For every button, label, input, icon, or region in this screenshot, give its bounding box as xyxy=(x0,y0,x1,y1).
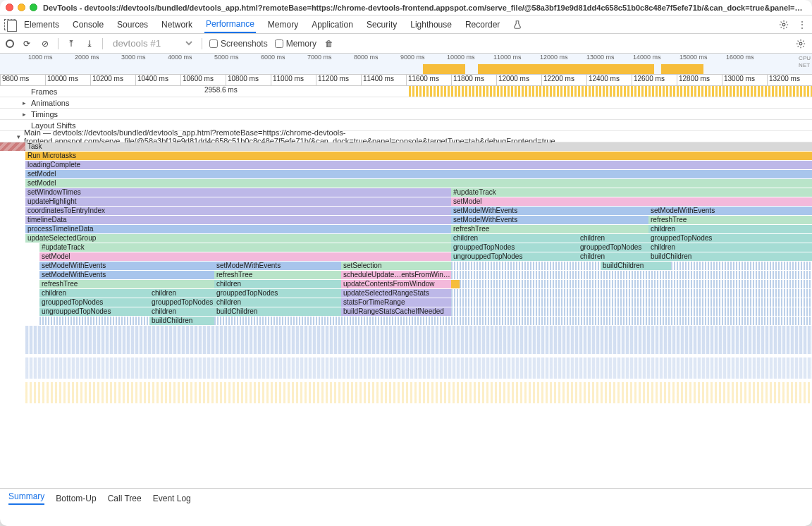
flame-entry[interactable]: grouppedTopNodes xyxy=(149,298,214,307)
flame-entry[interactable]: setModelWithEvents xyxy=(451,207,648,215)
flame-entry[interactable]: #updateTrack xyxy=(39,243,451,252)
tab-recorder[interactable]: Recorder xyxy=(464,17,501,32)
flame-run-microtasks[interactable]: Run Microtasks xyxy=(25,152,812,160)
flame-entry[interactable]: children xyxy=(149,289,214,298)
flame-entry[interactable]: statsForTimeRange xyxy=(341,298,451,307)
window-controls xyxy=(6,4,37,11)
flame-entry[interactable]: grouppedTopNodes xyxy=(214,289,341,298)
track-animations[interactable]: Animations xyxy=(0,97,812,109)
flame-entry[interactable]: refreshTree xyxy=(451,225,648,233)
tab-elements[interactable]: Elements xyxy=(23,17,61,32)
flame-entry[interactable] xyxy=(451,280,460,288)
overview-activity-bar xyxy=(478,64,654,74)
flame-entry[interactable]: grouppedTopNodes xyxy=(39,298,149,307)
window-title: DevTools - devtools://devtools/bundled/d… xyxy=(43,4,806,12)
flame-stripes xyxy=(451,262,601,271)
flame-entry[interactable]: setModelWithEvents xyxy=(214,262,341,270)
flame-entry[interactable]: updateSelectedRangeStats xyxy=(341,289,451,298)
flame-task[interactable]: Task xyxy=(25,142,812,151)
inspect-icon[interactable] xyxy=(4,19,16,30)
panel-settings-gear-icon[interactable] xyxy=(795,38,806,49)
flame-entry[interactable]: #updateTrack xyxy=(451,188,812,197)
track-timings[interactable]: Timings xyxy=(0,109,812,120)
track-frames[interactable]: Frames 2958.6 ms xyxy=(0,86,812,97)
flame-chart[interactable]: Task Run Microtasks loadingComplete setM… xyxy=(0,142,812,488)
flame-entry[interactable]: children xyxy=(578,234,648,243)
performance-toolbar: ⟳ ⊘ ⤒ ⤓ devtools #1 Screenshots Memory 🗑 xyxy=(0,34,812,54)
flame-entry[interactable]: grouppedTopNodes xyxy=(648,234,812,243)
tab-event-log[interactable]: Event Log xyxy=(153,494,191,503)
trash-icon[interactable]: 🗑 xyxy=(324,38,335,49)
flame-entry[interactable]: timelineData xyxy=(25,216,451,224)
titlebar: DevTools - devtools://devtools/bundled/d… xyxy=(0,0,812,16)
flame-entry[interactable]: buildChildren xyxy=(648,252,812,261)
settings-gear-icon[interactable] xyxy=(778,19,789,30)
kebab-menu-icon[interactable]: ⋮ xyxy=(796,19,808,30)
flame-entry[interactable]: buildChildren xyxy=(149,317,214,325)
tab-sources[interactable]: Sources xyxy=(116,17,149,32)
flame-entry[interactable]: children xyxy=(648,225,812,233)
tab-bottom-up[interactable]: Bottom-Up xyxy=(56,494,96,503)
flame-entry[interactable]: updateHighlight xyxy=(25,197,451,206)
memory-checkbox[interactable]: Memory xyxy=(275,39,316,49)
svg-point-1 xyxy=(799,42,802,45)
track-main[interactable]: Main — devtools://devtools/bundled/devto… xyxy=(0,131,812,142)
maximize-icon[interactable] xyxy=(30,4,37,11)
download-icon[interactable]: ⤓ xyxy=(84,38,95,49)
flame-entry[interactable]: setSelection xyxy=(341,262,451,270)
flame-entry[interactable]: refreshTree xyxy=(39,280,214,288)
time-ruler[interactable]: 9800 ms10000 ms10200 ms10400 ms 10600 ms… xyxy=(0,75,812,86)
flame-entry[interactable]: buildChildren xyxy=(601,262,671,270)
tab-lighthouse[interactable]: Lighthouse xyxy=(409,17,453,32)
flame-entry[interactable]: updateSelectedGroup xyxy=(25,234,451,243)
flame-stripes xyxy=(39,317,149,326)
flame-entry[interactable]: setModel xyxy=(451,197,812,206)
record-button[interactable] xyxy=(6,39,14,48)
tab-application[interactable]: Application xyxy=(310,17,355,32)
flame-entry[interactable]: grouppedTopNodes xyxy=(451,243,578,252)
flame-entry[interactable]: scheduleUpdate…entsFromWindow xyxy=(341,271,451,279)
flame-entry[interactable]: children xyxy=(578,252,648,261)
flame-entry[interactable]: setWindowTimes xyxy=(25,188,451,197)
tab-call-tree[interactable]: Call Tree xyxy=(108,494,142,503)
flame-entry[interactable]: updateContentsFromWindow xyxy=(341,280,451,288)
flame-entry[interactable]: children xyxy=(214,280,341,288)
flame-entry[interactable]: grouppedTopNodes xyxy=(578,243,648,252)
tab-performance[interactable]: Performance xyxy=(204,16,256,33)
minimize-icon[interactable] xyxy=(18,4,25,11)
flame-stripes xyxy=(460,280,812,289)
flame-entry[interactable]: children xyxy=(39,289,149,298)
flame-entry[interactable]: coordinatesToEntryIndex xyxy=(25,207,451,215)
flame-entry[interactable]: refreshTree xyxy=(214,271,341,279)
flame-entry[interactable]: children xyxy=(451,234,578,243)
flame-entry[interactable]: children xyxy=(214,298,341,307)
flame-entry[interactable]: children xyxy=(648,243,812,252)
flame-entry[interactable]: setModel xyxy=(25,170,812,178)
target-select[interactable]: devtools #1 xyxy=(110,37,195,49)
screenshots-checkbox[interactable]: Screenshots xyxy=(209,39,268,49)
tab-memory[interactable]: Memory xyxy=(266,17,300,32)
flame-entry[interactable]: setModelWithEvents xyxy=(39,271,214,279)
flame-entry[interactable]: setModel xyxy=(39,252,451,261)
flame-entry[interactable]: ungrouppedTopNodes xyxy=(39,307,149,316)
tab-security[interactable]: Security xyxy=(365,17,398,32)
flame-entry[interactable]: setModelWithEvents xyxy=(648,207,812,215)
overview-minimap[interactable]: 1000 ms2000 ms3000 ms4000 ms 5000 ms6000… xyxy=(0,54,812,75)
tab-console[interactable]: Console xyxy=(71,17,105,32)
flame-entry[interactable]: refreshTree xyxy=(648,216,812,224)
upload-icon[interactable]: ⤒ xyxy=(66,38,77,49)
flame-entry[interactable]: children xyxy=(149,307,214,316)
flame-entry[interactable]: setModelWithEvents xyxy=(39,262,214,270)
close-icon[interactable] xyxy=(6,4,13,11)
reload-icon[interactable]: ⟳ xyxy=(21,38,32,49)
tab-network[interactable]: Network xyxy=(160,17,194,32)
flame-entry[interactable]: buildChildren xyxy=(214,307,341,316)
tab-summary[interactable]: Summary xyxy=(8,491,44,505)
flame-entry[interactable]: processTimelineData xyxy=(25,225,451,233)
flame-entry[interactable]: loadingComplete xyxy=(25,161,812,169)
flame-entry[interactable]: ungrouppedTopNodes xyxy=(451,252,578,261)
clear-icon[interactable]: ⊘ xyxy=(39,38,51,49)
flame-entry[interactable]: buildRangeStatsCacheIfNeeded xyxy=(341,307,451,316)
flame-entry[interactable]: setModel xyxy=(25,179,812,188)
flame-entry[interactable]: setModelWithEvents xyxy=(451,216,648,224)
